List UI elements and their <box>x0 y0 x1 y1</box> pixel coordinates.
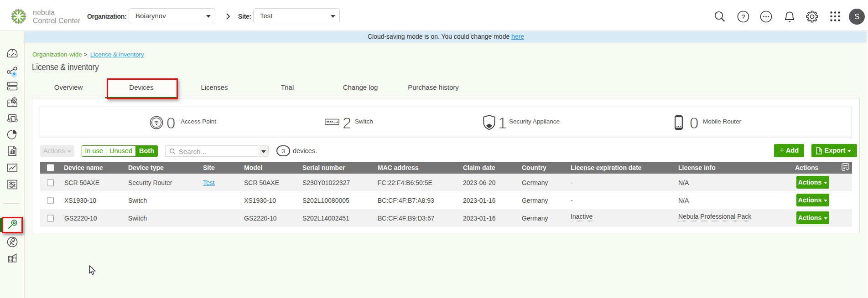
svg-text:?: ? <box>741 13 745 21</box>
